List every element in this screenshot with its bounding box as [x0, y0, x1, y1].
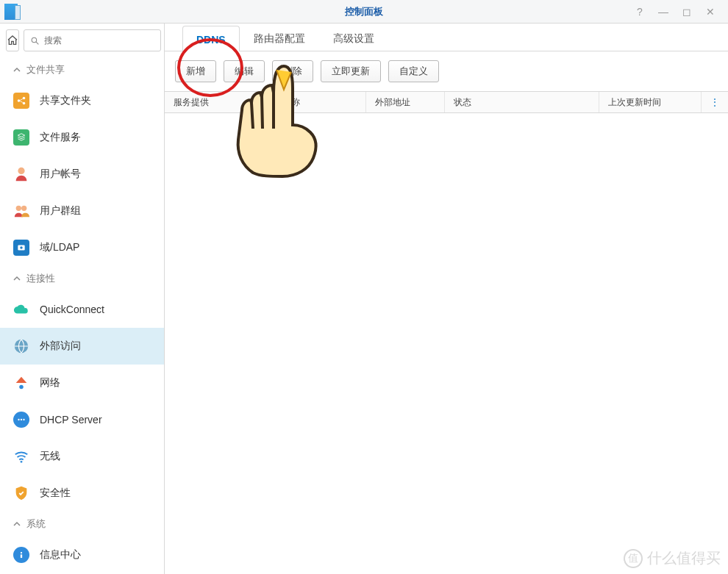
svg-point-13 — [21, 419, 22, 420]
search-box[interactable] — [24, 29, 161, 51]
th-menu[interactable]: ⋮ — [702, 92, 728, 112]
sidebar-item-label: 共享文件夹 — [40, 94, 91, 107]
globe-icon — [13, 338, 29, 354]
help-button[interactable]: ? — [628, 4, 652, 19]
svg-point-4 — [23, 102, 26, 105]
svg-line-1 — [36, 42, 38, 44]
update-now-button[interactable]: 立即更新 — [321, 60, 381, 82]
delete-button[interactable]: 删除 — [272, 60, 313, 82]
sidebar-item-label: 用户帐号 — [40, 168, 81, 181]
chevron-up-icon — [13, 66, 21, 73]
sidebar: 文件共享 共享文件夹 文件服务 用户帐号 用户群组 域/LDAP 连接性 — [0, 24, 165, 574]
chevron-up-icon — [13, 520, 21, 528]
tabs: DDNS 路由器配置 高级设置 — [165, 24, 728, 51]
network-icon — [13, 375, 29, 391]
folder-share-icon — [13, 93, 29, 109]
custom-button[interactable]: 自定义 — [388, 60, 439, 82]
sidebar-item-quickconnect[interactable]: QuickConnect — [0, 291, 164, 328]
sidebar-item-label: 信息中心 — [40, 548, 81, 562]
th-external-addr[interactable]: 外部地址 — [366, 92, 445, 112]
home-icon — [7, 35, 18, 46]
sidebar-item-label: QuickConnect — [40, 304, 104, 315]
user-icon — [13, 166, 29, 182]
info-icon — [13, 547, 29, 563]
svg-point-15 — [21, 461, 23, 463]
watermark: 值 什么值得买 — [624, 548, 721, 568]
svg-point-12 — [18, 419, 19, 420]
th-hostname[interactable]: 主机名称 — [256, 92, 366, 112]
sidebar-item-wireless[interactable]: 无线 — [0, 438, 164, 475]
sidebar-item-external-access[interactable]: 外部访问 — [0, 328, 164, 365]
tab-advanced[interactable]: 高级设置 — [319, 24, 388, 51]
wifi-icon — [13, 448, 29, 464]
chevron-up-icon — [13, 275, 21, 282]
cloud-icon — [13, 301, 29, 318]
close-button[interactable]: ✕ — [699, 4, 722, 19]
sidebar-item-file-services[interactable]: 文件服务 — [0, 119, 164, 156]
svg-point-2 — [18, 99, 21, 102]
svg-rect-17 — [21, 554, 22, 558]
edit-button[interactable]: 编辑 — [224, 60, 265, 82]
sidebar-item-label: 安全性 — [40, 487, 71, 500]
watermark-text: 什么值得买 — [647, 548, 721, 568]
add-button[interactable]: 新增 — [175, 60, 216, 82]
minimize-button[interactable]: — — [652, 4, 675, 19]
sidebar-item-domain-ldap[interactable]: 域/LDAP — [0, 229, 164, 266]
group-icon — [13, 203, 29, 219]
svg-point-0 — [32, 37, 37, 43]
maximize-button[interactable]: ◻ — [675, 4, 699, 19]
tab-ddns[interactable]: DDNS — [182, 26, 240, 51]
sidebar-item-shared-folder[interactable]: 共享文件夹 — [0, 82, 164, 119]
home-button[interactable] — [6, 29, 19, 51]
tab-router[interactable]: 路由器配置 — [240, 24, 319, 51]
search-input[interactable] — [44, 35, 154, 46]
section-connectivity[interactable]: 连接性 — [0, 266, 164, 291]
svg-point-3 — [23, 97, 26, 100]
file-services-icon — [13, 129, 29, 146]
sidebar-item-label: 文件服务 — [40, 131, 81, 144]
svg-point-9 — [20, 246, 23, 249]
section-label: 连接性 — [26, 272, 55, 285]
svg-point-5 — [18, 168, 24, 174]
window-buttons: ? — ◻ ✕ — [628, 4, 722, 19]
sidebar-item-network[interactable]: 网络 — [0, 365, 164, 401]
table-header: 服务提供 主机名称 外部地址 状态 上次更新时间 ⋮ — [165, 91, 728, 113]
sidebar-item-label: 用户群组 — [40, 204, 81, 218]
svg-point-6 — [16, 206, 21, 211]
svg-point-11 — [19, 385, 24, 390]
ldap-icon — [13, 240, 29, 256]
main-content: DDNS 路由器配置 高级设置 新增 编辑 删除 立即更新 自定义 服务提供 主… — [165, 24, 728, 574]
sidebar-item-security[interactable]: 安全性 — [0, 475, 164, 512]
search-row — [0, 24, 164, 57]
sidebar-item-user[interactable]: 用户帐号 — [0, 156, 164, 193]
sidebar-item-label: 无线 — [40, 450, 60, 463]
titlebar: 控制面板 ? — ◻ ✕ — [0, 0, 728, 24]
sidebar-item-label: 网络 — [40, 376, 60, 390]
sidebar-item-label: 域/LDAP — [40, 241, 79, 254]
watermark-icon: 值 — [624, 549, 643, 568]
app-icon — [4, 4, 18, 20]
th-provider[interactable]: 服务提供 — [165, 92, 256, 112]
section-file-sharing[interactable]: 文件共享 — [0, 57, 164, 82]
svg-point-16 — [21, 552, 22, 553]
sidebar-item-label: 外部访问 — [40, 340, 81, 353]
window-title: 控制面板 — [345, 5, 383, 18]
sidebar-item-dhcp-server[interactable]: DHCP Server — [0, 401, 164, 438]
sidebar-item-info-center[interactable]: 信息中心 — [0, 537, 164, 573]
shield-icon — [13, 485, 29, 501]
section-system[interactable]: 系统 — [0, 512, 164, 537]
sidebar-item-group[interactable]: 用户群组 — [0, 193, 164, 229]
th-status[interactable]: 状态 — [445, 92, 599, 112]
search-icon — [30, 36, 40, 46]
section-label: 系统 — [26, 517, 46, 531]
sidebar-item-label: DHCP Server — [40, 414, 102, 426]
th-last-updated[interactable]: 上次更新时间 — [599, 92, 702, 112]
toolbar: 新增 编辑 删除 立即更新 自定义 — [165, 51, 728, 91]
svg-point-7 — [21, 206, 26, 211]
dhcp-icon — [13, 412, 29, 428]
svg-point-14 — [23, 419, 24, 420]
section-label: 文件共享 — [26, 63, 65, 76]
